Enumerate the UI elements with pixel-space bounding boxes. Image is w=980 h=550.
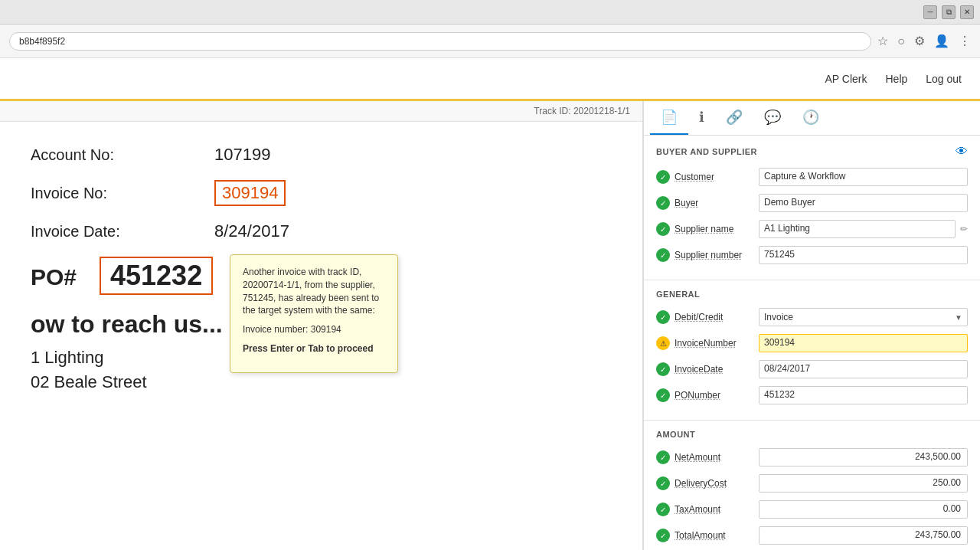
buyer-supplier-header: BUYER AND SUPPLIER 👁 — [656, 145, 968, 159]
po-label: PO# — [31, 264, 77, 290]
browser-bar: b8b4f895f2 ☆ ○ ⚙ 👤 ⋮ — [0, 25, 980, 58]
tax-amount-status-icon: ✓ — [656, 503, 670, 516]
restore-button[interactable]: ⧉ — [942, 5, 956, 19]
buyer-label[interactable]: Buyer — [675, 198, 759, 208]
po-number-status-icon: ✓ — [656, 388, 670, 402]
track-id-bar: Track ID: 20201218-1/1 — [0, 101, 642, 122]
track-id-value: 20201218-1/1 — [573, 106, 630, 116]
amount-title: AMOUNT — [656, 430, 695, 439]
tab-comment[interactable]: 💬 — [753, 101, 792, 135]
window-controls[interactable]: ─ ⧉ ✕ — [923, 5, 974, 19]
tax-amount-row: ✓ TaxAmount 0.00 — [656, 499, 968, 520]
total-amount-status-icon: ✓ — [656, 529, 670, 542]
invoice-date-status-icon: ✓ — [656, 362, 670, 376]
supplier-edit-icon[interactable]: ✏ — [960, 224, 968, 234]
account-row: Account No: 107199 — [31, 145, 612, 165]
supplier-name-row: ✓ Supplier name A1 Lighting ✏ — [656, 218, 968, 240]
circle-icon[interactable]: ○ — [897, 34, 905, 48]
chevron-down-icon: ▼ — [955, 313, 962, 322]
tab-history[interactable]: 🕐 — [792, 101, 830, 135]
invoice-number-label[interactable]: InvoiceNumber — [675, 338, 759, 349]
document-area: Track ID: 20201218-1/1 Account No: 10719… — [0, 101, 643, 550]
tab-document[interactable]: 📄 — [650, 101, 688, 135]
tab-link[interactable]: 🔗 — [715, 101, 753, 135]
settings-icon[interactable]: ⚙ — [914, 34, 925, 48]
net-amount-status-icon: ✓ — [656, 450, 670, 464]
customer-status-icon: ✓ — [656, 170, 670, 184]
help-link[interactable]: Help — [885, 73, 907, 85]
account-label: Account No: — [31, 146, 184, 164]
supplier-name-label[interactable]: Supplier name — [675, 224, 759, 234]
debit-credit-label[interactable]: Debit/Credit — [675, 312, 759, 322]
ap-clerk-link[interactable]: AP Clerk — [825, 73, 867, 85]
address-text: 02 Beale Street — [31, 372, 612, 392]
invoice-label: Invoice No: — [31, 185, 184, 202]
net-amount-row: ✓ NetAmount 243,500.00 — [656, 447, 968, 468]
visibility-icon[interactable]: 👁 — [956, 145, 968, 159]
minimize-button[interactable]: ─ — [923, 5, 937, 19]
panel-tabs: 📄 ℹ 🔗 💬 🕐 — [644, 101, 980, 136]
supplier-number-label[interactable]: Supplier number — [675, 250, 759, 260]
po-number-label[interactable]: PONumber — [675, 390, 759, 401]
total-amount-label[interactable]: TotalAmount — [675, 530, 759, 541]
supplier-number-value[interactable]: 751245 — [759, 246, 968, 264]
invoice-number-value[interactable]: 309194 — [759, 334, 968, 352]
debit-credit-status-icon: ✓ — [656, 310, 670, 324]
delivery-cost-label[interactable]: DeliveryCost — [675, 478, 759, 489]
po-number-row: ✓ PONumber 451232 — [656, 385, 968, 406]
delivery-cost-status-icon: ✓ — [656, 476, 670, 490]
customer-label[interactable]: Customer — [675, 172, 759, 182]
net-amount-value[interactable]: 243,500.00 — [759, 448, 968, 467]
more-icon[interactable]: ⋮ — [959, 34, 971, 48]
window-chrome: ─ ⧉ ✕ — [0, 0, 980, 25]
logout-link[interactable]: Log out — [926, 73, 962, 85]
delivery-cost-row: ✓ DeliveryCost 250.00 — [656, 473, 968, 494]
supplier-name-value[interactable]: A1 Lighting — [759, 220, 956, 238]
top-nav: AP Clerk Help Log out — [0, 58, 980, 101]
total-amount-row: ✓ TotalAmount 243,750.00 — [656, 525, 968, 546]
invoice-date-value[interactable]: 08/24/2017 — [759, 360, 968, 378]
tax-amount-label[interactable]: TaxAmount — [675, 504, 759, 515]
buyer-supplier-title: BUYER AND SUPPLIER — [656, 147, 757, 156]
po-value: 451232 — [100, 257, 213, 295]
tab-info[interactable]: ℹ — [688, 101, 715, 135]
total-amount-value[interactable]: 243,750.00 — [759, 526, 968, 545]
date-value: 8/24/2017 — [214, 221, 289, 241]
customer-value[interactable]: Capture & Workflow — [759, 168, 968, 186]
tooltip-message: Another invoice with track ID, 20200714-… — [243, 266, 385, 317]
supplier-name-status-icon: ✓ — [656, 222, 670, 236]
debit-credit-value: Invoice — [764, 312, 793, 322]
general-header: GENERAL — [656, 290, 968, 299]
user-icon[interactable]: 👤 — [934, 34, 949, 48]
amount-section: AMOUNT ✓ NetAmount 243,500.00 ✓ Delivery… — [644, 421, 980, 550]
buyer-supplier-section: BUYER AND SUPPLIER 👁 ✓ Customer Capture … — [644, 136, 980, 280]
amount-header: AMOUNT — [656, 430, 968, 439]
general-title: GENERAL — [656, 290, 700, 299]
star-icon[interactable]: ☆ — [877, 34, 888, 48]
track-id-label: Track ID: — [534, 106, 570, 116]
invoice-date-row: ✓ InvoiceDate 08/24/2017 — [656, 358, 968, 380]
date-row: Invoice Date: 8/24/2017 — [31, 221, 612, 241]
duplicate-invoice-tooltip: Another invoice with track ID, 20200714-… — [230, 254, 398, 373]
account-value: 107199 — [214, 145, 270, 165]
delivery-cost-value[interactable]: 250.00 — [759, 474, 968, 493]
general-section: GENERAL ✓ Debit/Credit Invoice ▼ ⚠ Invoi… — [644, 280, 980, 421]
close-button[interactable]: ✕ — [960, 5, 974, 19]
invoice-date-label[interactable]: InvoiceDate — [675, 364, 759, 375]
buyer-status-icon: ✓ — [656, 196, 670, 210]
supplier-number-status-icon: ✓ — [656, 248, 670, 262]
browser-icons: ☆ ○ ⚙ 👤 ⋮ — [877, 34, 971, 48]
tooltip-invoice-line: Invoice number: 309194 — [243, 323, 385, 336]
debit-credit-row: ✓ Debit/Credit Invoice ▼ — [656, 306, 968, 328]
address-bar[interactable]: b8b4f895f2 — [9, 32, 871, 51]
po-number-value[interactable]: 451232 — [759, 386, 968, 404]
customer-row: ✓ Customer Capture & Workflow — [656, 166, 968, 188]
supplier-number-row: ✓ Supplier number 751245 — [656, 244, 968, 266]
tax-amount-value[interactable]: 0.00 — [759, 500, 968, 519]
buyer-value[interactable]: Demo Buyer — [759, 194, 968, 212]
debit-credit-select[interactable]: Invoice ▼ — [759, 308, 968, 326]
net-amount-label[interactable]: NetAmount — [675, 452, 759, 463]
invoice-number-warning-icon: ⚠ — [656, 336, 670, 350]
main-container: Track ID: 20201218-1/1 Account No: 10719… — [0, 101, 980, 550]
tooltip-action: Press Enter or Tab to proceed — [243, 342, 385, 355]
